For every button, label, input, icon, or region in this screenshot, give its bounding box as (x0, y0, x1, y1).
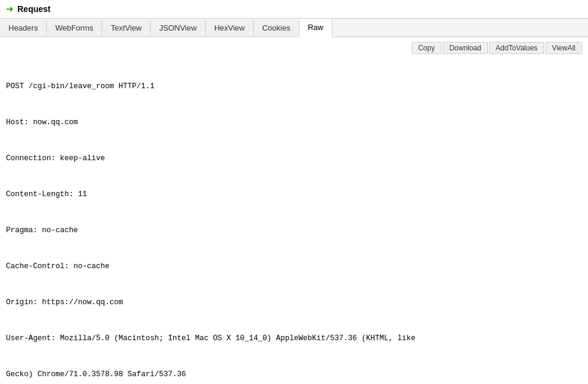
raw-line-5: Cache-Control: no-cache (6, 260, 582, 272)
toolbar-row: Copy Download AddToValues ViewAll (6, 42, 582, 54)
tab-hexview[interactable]: HexView (206, 20, 254, 36)
request-title: Request (17, 4, 50, 14)
raw-line-0: POST /cgi-bin/leave_room HTTP/1.1 (6, 80, 582, 92)
tab-textview[interactable]: TextView (102, 20, 151, 36)
raw-line-2: Connection: keep-alive (6, 152, 582, 164)
addtovalues-button[interactable]: AddToValues (489, 42, 544, 54)
tabs-bar: Headers WebForms TextView JSONView HexVi… (0, 19, 588, 37)
raw-content: POST /cgi-bin/leave_room HTTP/1.1 Host: … (6, 56, 582, 384)
request-arrow-icon: ➜ (6, 4, 14, 14)
tab-jsonview[interactable]: JSONView (151, 20, 206, 36)
tab-cookies[interactable]: Cookies (254, 20, 299, 36)
tab-headers[interactable]: Headers (0, 20, 47, 36)
tab-webforms[interactable]: WebForms (47, 20, 102, 36)
tab-raw[interactable]: Raw (299, 19, 332, 37)
request-section-header: ➜ Request (0, 0, 588, 19)
raw-line-4: Pragma: no-cache (6, 224, 582, 236)
raw-line-8: Gecko) Chrome/71.0.3578.98 Safari/537.36 (6, 368, 582, 380)
copy-button[interactable]: Copy (412, 42, 442, 54)
content-area: Copy Download AddToValues ViewAll POST /… (0, 37, 588, 384)
raw-line-6: Origin: https://now.qq.com (6, 296, 582, 308)
raw-line-7: User-Agent: Mozilla/5.0 (Macintosh; Inte… (6, 332, 582, 344)
download-button[interactable]: Download (443, 42, 488, 54)
raw-line-1: Host: now.qq.com (6, 116, 582, 128)
raw-line-3: Content-Length: 11 (6, 188, 582, 200)
viewall-button[interactable]: ViewAll (545, 42, 582, 54)
